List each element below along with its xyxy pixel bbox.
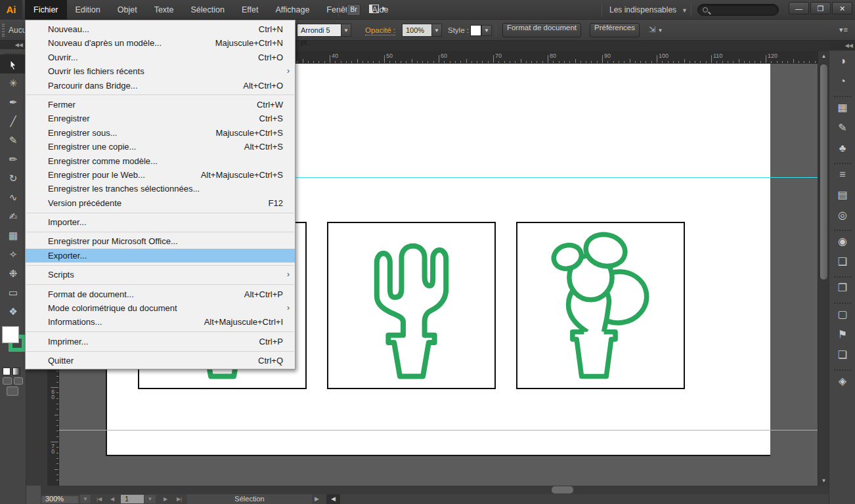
menubar-item-fichier[interactable]: Fichier xyxy=(25,0,67,20)
file-menu-item[interactable]: Scripts› xyxy=(26,268,295,282)
menubar-item-texte[interactable]: Texte xyxy=(146,0,183,20)
file-menu-item[interactable]: Enregistrer une copie...Alt+Ctrl+S xyxy=(26,140,295,154)
pencil-tool[interactable]: ✏ xyxy=(0,150,26,169)
rotate-tool[interactable]: ↻ xyxy=(0,169,26,188)
graphic-styles-panel-icon[interactable]: ❑ xyxy=(829,251,855,272)
symbol-sprayer-tool[interactable]: ❉ xyxy=(0,264,26,283)
preferences-button[interactable]: Préférences xyxy=(590,23,640,37)
paintbrush-tool[interactable]: ✎ xyxy=(0,131,26,150)
first-artboard-button[interactable]: |◀ xyxy=(93,495,105,503)
file-menu-item[interactable]: Nouveau...Ctrl+N xyxy=(26,22,295,36)
hand-tool[interactable]: ❖ xyxy=(0,302,26,321)
layers-panel-icon[interactable]: ◈ xyxy=(829,371,855,391)
artboard-tool[interactable]: ▭ xyxy=(0,283,26,302)
panel-grip[interactable] xyxy=(834,272,851,278)
status-menu-arrow-icon[interactable]: ▶ xyxy=(315,495,319,503)
panel-grip[interactable] xyxy=(834,91,851,97)
file-menu-item[interactable]: FermerCtrl+W xyxy=(26,98,295,112)
opacity-field[interactable]: 100% xyxy=(402,24,432,37)
brush-style-field[interactable]: Arrondi 5 pt xyxy=(297,24,341,37)
selection-tool[interactable] xyxy=(0,54,26,74)
next-artboard-button[interactable]: ▶ xyxy=(160,495,171,503)
color-panel-icon[interactable]: ◑ xyxy=(829,51,855,71)
align-panel-icon[interactable]: ⚑ xyxy=(829,324,855,345)
status-back-icon[interactable]: ◀ xyxy=(326,494,340,504)
brush-style-dropdown[interactable]: ▼ xyxy=(341,24,351,37)
panel-grip[interactable] xyxy=(834,365,851,371)
artboard-number-field[interactable]: 1 xyxy=(121,495,144,503)
panel-grip[interactable] xyxy=(834,225,851,231)
gradient-button[interactable] xyxy=(12,368,20,375)
panel-grip[interactable] xyxy=(2,24,5,37)
menubar-item-effet[interactable]: Effet xyxy=(233,0,267,20)
file-menu-item[interactable]: QuitterCtrl+Q xyxy=(26,354,295,368)
pen-tool[interactable]: ✒ xyxy=(0,93,26,112)
vertical-scroll-thumb[interactable] xyxy=(820,64,828,280)
zoom-level-field[interactable]: 300% xyxy=(41,495,79,503)
file-menu-item[interactable]: Ouvrir...Ctrl+O xyxy=(26,51,295,64)
menubar-item-objet[interactable]: Objet xyxy=(109,0,146,20)
draw-inside-mode-icon[interactable] xyxy=(7,387,18,396)
file-menu-item[interactable]: Mode colorimétrique du document› xyxy=(26,301,295,315)
scroll-down-icon[interactable]: ▼ xyxy=(818,476,829,486)
file-menu-item[interactable]: Importer... xyxy=(26,215,295,229)
style-dropdown[interactable]: ▼ xyxy=(481,25,492,36)
panel-grip[interactable] xyxy=(5,49,22,54)
collapse-tools-button[interactable]: ◀◀ xyxy=(0,41,26,49)
guide-line[interactable] xyxy=(59,430,818,430)
transform-panel-icon[interactable]: ▢ xyxy=(829,304,855,324)
file-menu-item[interactable]: EnregistrerCtrl+S xyxy=(26,112,295,125)
style-swatch[interactable] xyxy=(470,25,481,36)
bridge-button[interactable]: Br xyxy=(347,4,361,16)
menubar-item-sélection[interactable]: Sélection xyxy=(183,0,233,20)
file-menu-item[interactable]: Imprimer...Ctrl+P xyxy=(26,335,295,348)
panel-menu-icon[interactable]: ▾≡ xyxy=(839,26,848,34)
free-transform-tool[interactable]: ✍ xyxy=(0,207,26,226)
mesh-tool[interactable]: ▦ xyxy=(0,226,26,245)
horizontal-scroll-thumb[interactable] xyxy=(552,486,573,494)
gradient-panel-icon[interactable]: ▤ xyxy=(829,184,855,205)
horizontal-scrollbar[interactable] xyxy=(0,486,855,494)
stroke-panel-icon[interactable]: ≡ xyxy=(829,164,855,184)
draw-behind-mode-icon[interactable] xyxy=(14,377,23,385)
panel-grip[interactable] xyxy=(834,158,851,164)
restore-button[interactable]: ❐ xyxy=(810,2,831,14)
scroll-up-icon[interactable]: ▲ xyxy=(818,51,829,61)
file-menu-item[interactable]: Format de document...Alt+Ctrl+P xyxy=(26,287,295,301)
file-menu-item[interactable]: Ouvrir les fichiers récents› xyxy=(26,64,295,78)
eyedropper-tool[interactable]: ✧ xyxy=(0,245,26,264)
appearance-panel-icon[interactable]: ◉ xyxy=(829,231,855,251)
workspace-switcher[interactable]: Les indispensables▼ xyxy=(609,0,688,20)
fill-color-swatch[interactable] xyxy=(2,326,19,343)
last-artboard-button[interactable]: ▶| xyxy=(173,495,186,503)
file-menu-item[interactable]: Version précédenteF12 xyxy=(26,196,295,210)
color-button[interactable] xyxy=(3,368,11,375)
file-menu-item[interactable]: Enregistrer comme modèle... xyxy=(26,154,295,168)
zoom-dropdown[interactable]: ▼ xyxy=(80,495,91,503)
file-menu-item[interactable]: Enregistrer les tranches sélectionnées..… xyxy=(26,182,295,196)
file-menu-item[interactable]: Enregistrer pour le Web...Alt+Majuscule+… xyxy=(26,168,295,182)
symbols-panel-icon[interactable]: ♣ xyxy=(829,138,855,158)
menubar-item-edition[interactable]: Edition xyxy=(67,0,109,20)
menubar-item-affichage[interactable]: Affichage xyxy=(267,0,318,20)
magic-wand-tool[interactable]: ✳ xyxy=(0,74,26,93)
arrange-panel-icon[interactable]: ❏ xyxy=(829,345,855,365)
previous-artboard-button[interactable]: ◀ xyxy=(106,495,118,503)
expand-panels-button[interactable]: ◀◀ xyxy=(829,41,855,51)
file-menu-item[interactable]: Enregistrer pour Microsoft Office... xyxy=(26,234,295,248)
cactus-frame-2[interactable] xyxy=(327,222,496,389)
close-button[interactable]: ✕ xyxy=(832,2,852,14)
pathfinder-panel-icon[interactable]: ❐ xyxy=(829,278,855,298)
select-similar-objects-icon[interactable]: ⇲ ▼ xyxy=(649,25,663,34)
file-menu-item[interactable]: Exporter... xyxy=(26,249,295,262)
draw-normal-mode-icon[interactable] xyxy=(3,377,12,385)
file-menu-item[interactable]: Enregistrer sous...Majuscule+Ctrl+S xyxy=(26,126,295,140)
search-input[interactable] xyxy=(697,4,779,16)
panel-grip[interactable] xyxy=(834,298,851,304)
line-segment-tool[interactable]: ╱ xyxy=(0,112,26,131)
brushes-panel-icon[interactable]: ✎ xyxy=(829,117,855,138)
opacity-dropdown[interactable]: ▼ xyxy=(431,24,442,37)
cactus-frame-3[interactable] xyxy=(516,222,685,389)
minimize-button[interactable]: — xyxy=(789,2,809,14)
document-setup-button[interactable]: Format de document xyxy=(502,23,581,37)
